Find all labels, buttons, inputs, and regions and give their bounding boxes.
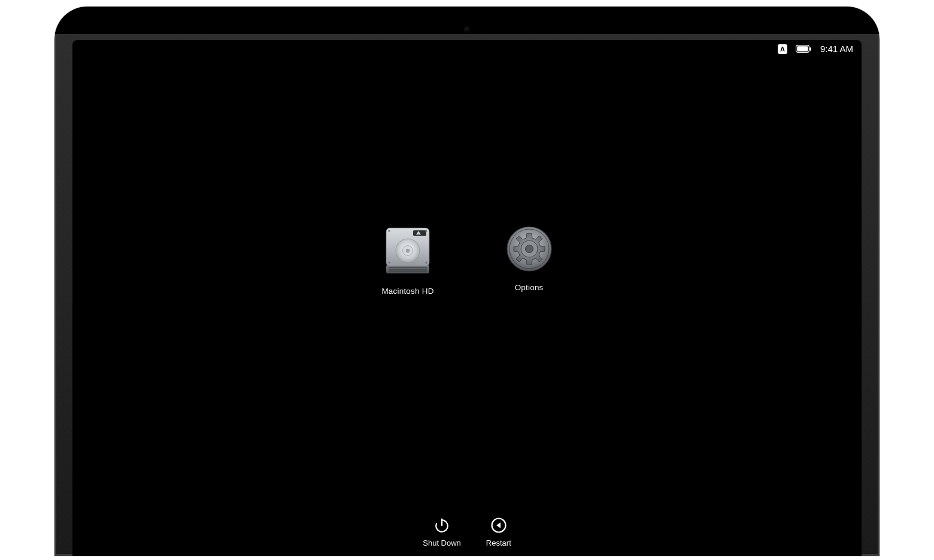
clock: 9:41 AM — [820, 44, 853, 54]
svg-point-12 — [388, 230, 390, 232]
input-method-indicator[interactable]: A — [778, 44, 787, 54]
startup-options[interactable]: Options — [506, 226, 553, 296]
restart-icon — [490, 517, 507, 534]
power-row: Shut Down Restart — [72, 517, 862, 547]
battery-icon[interactable] — [796, 45, 812, 53]
startup-options-label: Options — [515, 283, 544, 292]
svg-rect-2 — [809, 47, 811, 51]
laptop-bezel: A 9:41 AM — [54, 6, 880, 556]
restart-button[interactable]: Restart — [486, 517, 511, 547]
internal-hard-disk-icon — [383, 226, 433, 278]
svg-rect-1 — [797, 46, 808, 51]
startup-disk-macintosh-hd[interactable]: Macintosh HD — [381, 226, 433, 296]
svg-point-15 — [425, 261, 427, 263]
restart-label: Restart — [486, 538, 511, 547]
startup-disk-label: Macintosh HD — [381, 287, 433, 296]
shut-down-label: Shut Down — [423, 538, 461, 547]
startup-screen: A 9:41 AM — [72, 40, 862, 556]
power-icon — [433, 517, 450, 534]
svg-point-11 — [406, 249, 410, 252]
webcam-icon — [465, 27, 469, 32]
svg-point-19 — [525, 245, 533, 253]
svg-point-14 — [388, 261, 390, 263]
shut-down-button[interactable]: Shut Down — [423, 517, 461, 547]
svg-point-13 — [425, 230, 427, 232]
startup-choice-row: Macintosh HD — [72, 226, 862, 296]
menu-bar: A 9:41 AM — [778, 44, 853, 54]
gear-icon — [506, 226, 553, 275]
